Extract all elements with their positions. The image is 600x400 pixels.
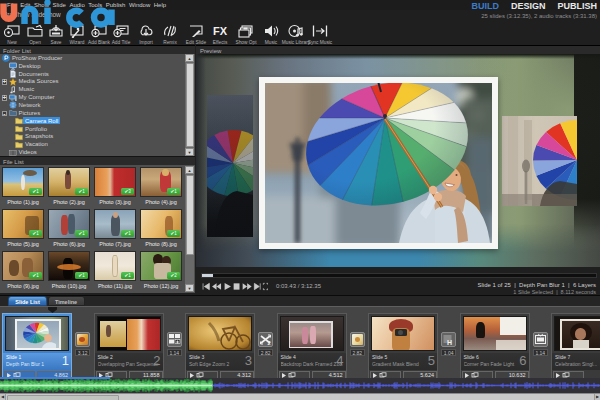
svg-text:FX: FX bbox=[213, 25, 228, 37]
svg-text:2: 2 bbox=[268, 340, 271, 346]
svg-text:H: H bbox=[447, 339, 452, 346]
